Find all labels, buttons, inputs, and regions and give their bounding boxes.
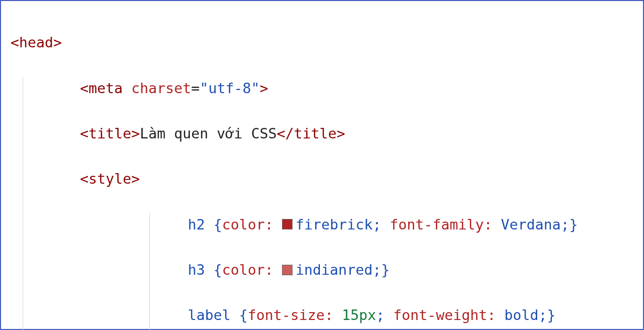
semicolon: ; xyxy=(376,307,385,323)
css-property: color xyxy=(222,262,265,278)
space xyxy=(381,216,389,233)
bracket: < xyxy=(80,80,88,96)
css-value: indianred xyxy=(296,262,373,278)
colon: : xyxy=(487,307,505,323)
brace: } xyxy=(569,216,578,233)
brace: { xyxy=(239,307,248,323)
brace: { xyxy=(214,262,222,278)
semicolon: ; xyxy=(373,262,381,278)
tag-name: style xyxy=(88,171,131,187)
bracket: < xyxy=(80,171,88,187)
code-line-head-open: <head> xyxy=(11,31,633,54)
code-line-style-open: <style> xyxy=(80,167,633,190)
attr-name: charset xyxy=(132,80,192,96)
space xyxy=(385,307,393,323)
attr-value: "utf-8" xyxy=(200,80,260,96)
brace: } xyxy=(381,262,389,278)
bracket: </ xyxy=(277,125,294,142)
css-selector: h2 xyxy=(188,216,214,233)
color-swatch-icon xyxy=(282,265,293,275)
indent-block-1: <meta charset="utf-8"> <title>Làm quen v… xyxy=(23,77,633,330)
colon: : xyxy=(265,262,282,278)
tag-name: title xyxy=(88,125,131,142)
css-value: firebrick xyxy=(296,216,373,233)
bracket: > xyxy=(337,125,345,142)
space xyxy=(123,80,131,96)
bracket: > xyxy=(53,34,62,51)
css-selector: h3 xyxy=(188,262,214,278)
css-value: 15px xyxy=(342,307,376,323)
brace: } xyxy=(547,307,556,323)
colon: : xyxy=(484,216,501,233)
colon: : xyxy=(325,307,342,323)
indent-block-2: h2 {color: firebrick; font-family: Verda… xyxy=(149,213,633,330)
css-property: font-size xyxy=(248,307,325,323)
css-selector: label xyxy=(188,307,239,323)
semicolon: ; xyxy=(561,216,569,233)
bracket: > xyxy=(259,80,268,96)
code-line-rule-h2: h2 {color: firebrick; font-family: Verda… xyxy=(150,213,633,236)
bracket: > xyxy=(132,125,140,142)
css-property: font-weight xyxy=(393,307,487,323)
equals: = xyxy=(191,80,199,96)
code-line-meta: <meta charset="utf-8"> xyxy=(80,77,633,99)
colon: : xyxy=(265,216,282,233)
css-property: color xyxy=(222,216,265,233)
tag-name: meta xyxy=(88,80,123,96)
semicolon: ; xyxy=(539,307,547,323)
css-value: bold xyxy=(505,307,539,323)
tag-name: head xyxy=(19,34,53,51)
code-line-title: <title>Làm quen với CSS</title> xyxy=(80,122,633,145)
code-line-rule-label: label {font-size: 15px; font-weight: bol… xyxy=(150,304,633,326)
semicolon: ; xyxy=(373,216,381,233)
bracket: < xyxy=(11,34,19,51)
brace: { xyxy=(214,216,222,233)
bracket: > xyxy=(132,171,140,187)
css-property: font-family xyxy=(390,216,484,233)
bracket: < xyxy=(80,125,88,142)
title-text: Làm quen với CSS xyxy=(140,125,277,142)
tag-name: title xyxy=(294,125,336,142)
code-line-rule-h3: h3 {color: indianred;} xyxy=(150,258,633,281)
color-swatch-icon xyxy=(282,219,293,229)
code-block: <head> <meta charset="utf-8"> <title>Làm… xyxy=(0,0,644,330)
css-value: Verdana xyxy=(501,216,561,233)
